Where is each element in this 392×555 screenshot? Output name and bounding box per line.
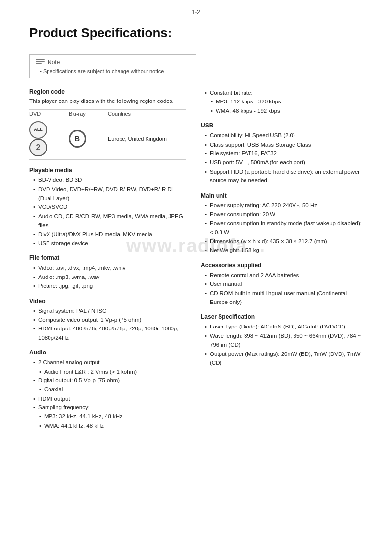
list-item: Compatibility: Hi-Speed USB (2.0) bbox=[205, 131, 363, 140]
col-dvd-header: DVD bbox=[29, 111, 69, 117]
list-item: Dimensions (w x h x d): 435 × 38 × 212.7… bbox=[205, 237, 363, 246]
constant-bit-rate-list: Constant bit rate: bbox=[201, 88, 363, 97]
audio-list: 2 Channel analog output bbox=[29, 358, 186, 367]
right-column: Constant bit rate: MP3: 112 kbps - 320 k… bbox=[196, 88, 363, 430]
list-item: Sampling frequency: bbox=[33, 403, 186, 412]
page-number: 1-2 bbox=[0, 0, 392, 21]
region-table-body: ALL 2 B Europe, United Kingdom bbox=[29, 118, 186, 159]
bit-rate-sub: MP3: 112 kbps - 320 kbps WMA: 48 kbps - … bbox=[201, 97, 363, 115]
video-list: Signal system: PAL / NTSC Composite vide… bbox=[29, 306, 186, 343]
region-code-text: This player can play discs with the foll… bbox=[29, 97, 186, 105]
bluray-logo-col: B bbox=[69, 130, 108, 148]
list-item: User manual bbox=[205, 279, 363, 288]
list-item: Picture: .jpg, .gif, .png bbox=[33, 281, 186, 290]
list-item: Power consumption in standby mode (fast … bbox=[205, 219, 363, 237]
audio-coaxial: Coaxial bbox=[29, 385, 186, 394]
list-item: Constant bit rate: bbox=[205, 88, 363, 97]
note-icon bbox=[36, 59, 45, 66]
list-item: Power supply rating: AC 220-240V~, 50 Hz bbox=[205, 201, 363, 210]
note-header: Note bbox=[36, 59, 190, 66]
list-item: Audio: .mp3, .wma, .wav bbox=[33, 273, 186, 281]
usb-title: USB bbox=[201, 122, 363, 129]
region-table: DVD Blu-ray Countries ALL 2 B Europe, Un… bbox=[29, 109, 186, 160]
list-item: Wave length: 398 ~ 412nm (BD), 650 ~ 664… bbox=[205, 331, 363, 350]
note-label: Note bbox=[48, 59, 60, 66]
list-item: Net Weight: 1.53 kg bbox=[205, 246, 363, 254]
list-item: HDMI output: 480i/576i, 480p/576p, 720p,… bbox=[33, 324, 186, 342]
list-item: Output power (Max ratings): 20mW (BD), 7… bbox=[205, 350, 363, 368]
laser-title: Laser Specification bbox=[201, 313, 363, 320]
note-item: Specifications are subject to change wit… bbox=[40, 68, 190, 74]
list-item: Composite video output: 1 Vp-p (75 ohm) bbox=[33, 315, 186, 324]
left-column: Region code This player can play discs w… bbox=[29, 88, 196, 430]
bluray-b-logo: B bbox=[69, 130, 86, 148]
region-table-header: DVD Blu-ray Countries bbox=[29, 110, 186, 118]
list-item: BD-Video, BD 3D bbox=[33, 176, 186, 184]
accessories-title: Accessories supplied bbox=[201, 262, 363, 269]
list-item: File system: FAT16, FAT32 bbox=[205, 149, 363, 158]
file-format-title: File format bbox=[29, 254, 186, 261]
dvd-2-logo: 2 bbox=[29, 139, 47, 156]
svg-rect-1 bbox=[36, 61, 45, 62]
region-code-title: Region code bbox=[29, 88, 186, 95]
list-item: Signal system: PAL / NTSC bbox=[33, 306, 186, 315]
col-bluray-header: Blu-ray bbox=[69, 111, 108, 117]
dvd-logos: ALL 2 bbox=[29, 121, 69, 156]
svg-rect-0 bbox=[36, 59, 45, 60]
list-item: Digital output: 0.5 Vp-p (75 ohm) bbox=[33, 376, 186, 385]
file-format-list: Video: .avi, .divx, .mp4, .mkv, .wmv Aud… bbox=[29, 263, 186, 290]
list-item: Power consumption: 20 W bbox=[205, 210, 363, 219]
playable-media-title: Playable media bbox=[29, 167, 186, 174]
list-item: Remote control and 2 AAA batteries bbox=[205, 271, 363, 279]
list-item: 2 Channel analog output bbox=[33, 358, 186, 367]
note-box: Note Specifications are subject to chang… bbox=[29, 54, 196, 78]
audio-sampling-sub: MP3: 32 kHz, 44.1 kHz, 48 kHz WMA: 44.1 … bbox=[29, 412, 186, 430]
list-item: Class support: USB Mass Storage Class bbox=[205, 140, 363, 149]
list-item: Support HDD (a portable hard disc drive)… bbox=[205, 167, 363, 185]
list-item: Coaxial bbox=[39, 385, 186, 394]
playable-media-list: BD-Video, BD 3D DVD-Video, DVD+R/+RW, DV… bbox=[29, 176, 186, 248]
video-title: Video bbox=[29, 298, 186, 304]
note-content: Specifications are subject to change wit… bbox=[36, 68, 190, 74]
audio-sub-front: Audio Front L&R : 2 Vrms (> 1 kohm) bbox=[29, 367, 186, 376]
list-item: USB storage device bbox=[33, 239, 186, 248]
page-title: Product Specifications: bbox=[29, 25, 363, 41]
main-unit-title: Main unit bbox=[201, 192, 363, 199]
list-item: VCD/SVCD bbox=[33, 202, 186, 211]
countries-text: Europe, United Kingdom bbox=[108, 136, 186, 142]
accessories-list: Remote control and 2 AAA batteries User … bbox=[201, 271, 363, 307]
list-item: WMA: 44.1 kHz, 48 kHz bbox=[39, 421, 186, 430]
audio-title: Audio bbox=[29, 349, 186, 356]
usb-list: Compatibility: Hi-Speed USB (2.0) Class … bbox=[201, 131, 363, 185]
list-item: HDMI output bbox=[33, 394, 186, 403]
list-item: DVD-Video, DVD+R/+RW, DVD-R/-RW, DVD+R/-… bbox=[33, 185, 186, 203]
svg-rect-2 bbox=[36, 63, 42, 64]
list-item: Laser Type (Diode): AlGaInN (BD), AlGaIn… bbox=[205, 322, 363, 331]
audio-digital: Digital output: 0.5 Vp-p (75 ohm) bbox=[29, 376, 186, 385]
list-item: CD-ROM built in multi-lingual user manua… bbox=[205, 289, 363, 307]
list-item: Video: .avi, .divx, .mp4, .mkv, .wmv bbox=[33, 263, 186, 272]
list-item: MP3: 112 kbps - 320 kbps bbox=[211, 97, 363, 106]
dvd-all-logo: ALL bbox=[29, 121, 47, 139]
list-item: MP3: 32 kHz, 44.1 kHz, 48 kHz bbox=[39, 412, 186, 421]
main-unit-list: Power supply rating: AC 220-240V~, 50 Hz… bbox=[201, 201, 363, 255]
list-item: USB port: 5V ⎓, 500mA (for each port) bbox=[205, 158, 363, 167]
list-item: Audio CD, CD-R/CD-RW, MP3 media, WMA med… bbox=[33, 212, 186, 230]
list-item: WMA: 48 kbps - 192 kbps bbox=[211, 106, 363, 115]
list-item: Audio Front L&R : 2 Vrms (> 1 kohm) bbox=[39, 367, 186, 376]
col-countries-header: Countries bbox=[108, 111, 186, 117]
laser-list: Laser Type (Diode): AlGaInN (BD), AlGaIn… bbox=[201, 322, 363, 367]
audio-hdmi: HDMI output Sampling frequency: bbox=[29, 394, 186, 412]
list-item: DivX (Ultra)/DivX Plus HD media, MKV med… bbox=[33, 230, 186, 239]
